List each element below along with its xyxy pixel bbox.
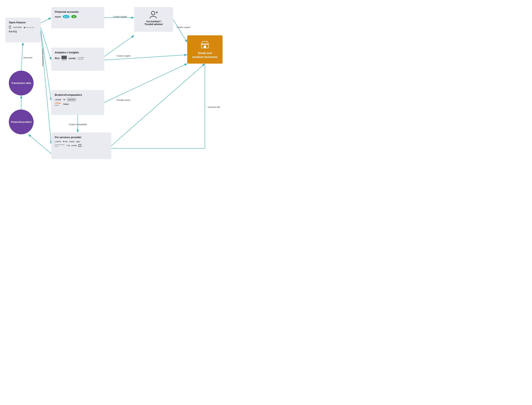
box-analytics: Analytics / Insights ☸yft Fathom vonto ◺… xyxy=(51,48,104,71)
svg-line-15 xyxy=(28,134,51,154)
analytics-title: Analytics / Insights xyxy=(55,51,101,54)
svg-rect-23 xyxy=(204,46,206,48)
box-fin-services: Fin services provider △ Moula ✿ nab | Ba… xyxy=(51,133,111,159)
logo-quickbooks: qb xyxy=(71,15,76,18)
fin-services-logos-row2: CommonwealthBank ✦ zip prospa judobank xyxy=(55,144,108,147)
financial-accounts-logos: myob xero qb xyxy=(55,15,101,18)
fin-services-title: Fin services provider xyxy=(55,136,108,139)
box-brokers: Brokers/Comparators LEND 🦅 become ▷finde… xyxy=(51,90,104,115)
svg-line-8 xyxy=(104,35,134,57)
logo-spotlight-stack: ◺ spotlightreporting xyxy=(78,57,84,60)
label-creates-compatibility: Creates compatibility xyxy=(69,123,87,125)
logo-moula: △ Moula xyxy=(55,141,61,142)
label-creates-insights-1: Creates insights xyxy=(113,16,127,18)
analytics-logos: ☸yft Fathom vonto ◺ spotlightreporting xyxy=(55,56,101,61)
logo-nab: ✿ nab xyxy=(63,141,68,142)
open-finance-logos-row2: BASIQ xyxy=(9,30,37,33)
logo-banjo: | Banjo xyxy=(69,141,74,142)
logo-fathom-text: Fathom xyxy=(62,59,66,61)
label-creates-insights-2: Creates insights xyxy=(117,55,131,57)
logo-prospa: prospa xyxy=(72,145,77,146)
box-open-finance: Open finance FROL ADATREE ⬤ TRUELAYER BA… xyxy=(5,18,41,42)
accountant-icon xyxy=(149,10,158,19)
logo-fathom-stack: Fathom xyxy=(61,56,67,61)
fin-services-logos-row1: △ Moula ✿ nab | Banjo tyro xyxy=(55,141,108,143)
logo-adatree: ADATREE xyxy=(13,27,22,28)
financial-label: Financial product xyxy=(11,120,32,123)
label-creates-support: Creates support xyxy=(177,26,190,28)
logo-spotlight-text: ◺ spotlightreporting xyxy=(78,57,84,60)
logo-gyft: ☸yft xyxy=(55,57,60,60)
logo-valiant-text: Valiant xyxy=(63,103,69,105)
box-financial-accounts: Financial accounts myob xero qb xyxy=(51,7,104,28)
logo-basiq: BASIQ xyxy=(9,30,17,33)
svg-point-19 xyxy=(151,11,155,15)
logo-tyro: tyro xyxy=(76,141,80,143)
circle-transaction: Transaction data xyxy=(9,71,33,95)
logo-cwb: CommonwealthBank xyxy=(55,144,65,147)
box-smb: Small andmedium business xyxy=(187,35,223,64)
logo-valiant-icon: 🦅 xyxy=(63,99,65,101)
svg-line-9 xyxy=(173,20,187,42)
logo-truelayer: ⬤ TRUELAYER xyxy=(24,27,34,28)
svg-line-10 xyxy=(104,64,187,102)
brokers-title: Brokers/Comparators xyxy=(55,93,101,96)
logo-zip: ✦ zip xyxy=(66,145,70,146)
logo-finder: ▷findercom.au xyxy=(55,102,61,106)
logo-judo: judobank xyxy=(78,144,82,147)
label-transacts-with: Transacts with xyxy=(207,106,220,108)
logo-myob: myob xyxy=(55,15,61,18)
label-provides-choice: Provides choice xyxy=(117,99,130,101)
logo-become: become xyxy=(67,98,76,101)
brokers-logos-row2: ▷findercom.au Valiant xyxy=(55,102,101,106)
logo-vonto: vonto xyxy=(68,57,76,60)
logo-lend: LEND xyxy=(55,99,61,101)
logo-xero: xero xyxy=(63,15,70,18)
logo-frolo: FROL xyxy=(9,26,11,29)
label-provides-infrastructure: Provides infrastructure xyxy=(42,49,44,67)
circle-financial: Financial product xyxy=(9,109,33,134)
smb-title: Small andmedium business xyxy=(192,51,218,59)
open-finance-logos: FROL ADATREE ⬤ TRUELAYER xyxy=(9,26,37,29)
diagram-container: Open finance FROL ADATREE ⬤ TRUELAYER BA… xyxy=(0,0,266,202)
brokers-logos: LEND 🦅 become xyxy=(55,98,101,101)
transaction-label: Transaction data xyxy=(11,81,31,85)
accountant-content: Accountant /Trusted advisor xyxy=(138,10,170,27)
logo-fathom-icon xyxy=(61,56,67,59)
svg-line-2 xyxy=(41,18,51,23)
accountant-title: Accountant /Trusted advisor xyxy=(145,20,163,26)
svg-line-13 xyxy=(21,42,23,71)
svg-line-12 xyxy=(111,64,205,146)
label-generates: Generates xyxy=(23,57,32,59)
box-accountant: Accountant /Trusted advisor xyxy=(134,7,173,32)
financial-accounts-title: Financial accounts xyxy=(55,10,101,13)
open-finance-title: Open finance xyxy=(9,21,37,24)
smb-store-icon xyxy=(200,40,209,49)
svg-line-5 xyxy=(41,31,51,144)
